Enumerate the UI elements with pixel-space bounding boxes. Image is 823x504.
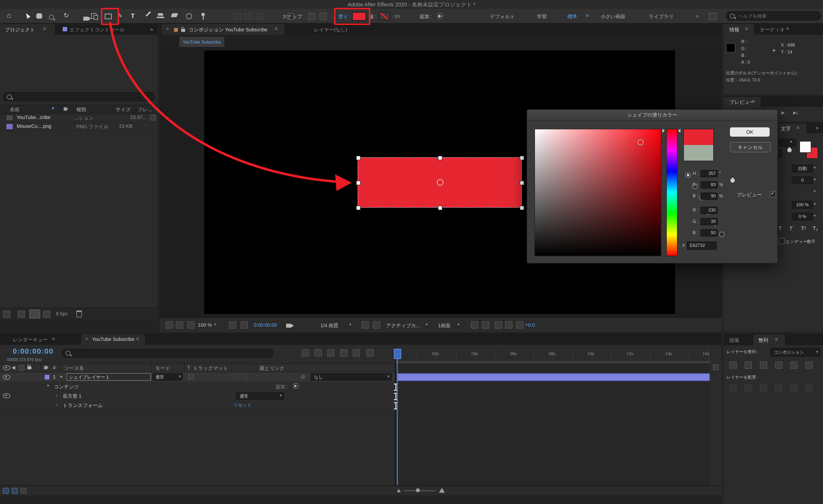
close-timeline-tab-icon[interactable]: × <box>85 336 88 341</box>
h-radio[interactable] <box>685 172 691 178</box>
current-time-indicator-head[interactable] <box>394 349 401 359</box>
font-family-chevron-icon[interactable]: ▾ <box>790 140 792 144</box>
snapshot-icon[interactable] <box>286 324 292 328</box>
panel-track-divider[interactable] <box>395 345 396 495</box>
snap-option-1-icon[interactable] <box>308 13 316 20</box>
align-v-center-icon[interactable] <box>790 361 798 369</box>
graph-editor-icon[interactable] <box>366 349 374 357</box>
index-column[interactable]: # <box>53 365 55 370</box>
tab-align-menu-icon[interactable]: ≡ <box>775 336 778 342</box>
hue-strip[interactable] <box>666 129 677 256</box>
transparency-grid-icon[interactable] <box>373 321 380 329</box>
hide-shy-icon[interactable] <box>327 349 335 357</box>
switch-collapse-icon[interactable] <box>234 374 239 380</box>
track-matte-column[interactable]: トラックマット <box>193 365 228 372</box>
lock-column-icon[interactable] <box>27 366 31 369</box>
panel-layout-icon[interactable] <box>708 13 717 20</box>
align-top-icon[interactable] <box>775 361 782 369</box>
draft-3d-icon[interactable] <box>315 349 322 357</box>
previous-color-swatch[interactable] <box>683 145 714 161</box>
saturation-brightness-field[interactable] <box>534 129 661 256</box>
preview-checkbox[interactable] <box>769 191 776 197</box>
roi-icon[interactable] <box>361 321 369 329</box>
snap-option-2-icon[interactable] <box>319 13 327 20</box>
selection-handle[interactable] <box>356 206 360 210</box>
transform-expand-icon[interactable]: › <box>56 402 57 407</box>
audio-column-icon[interactable] <box>12 366 15 370</box>
source-name-column[interactable]: ソース名 <box>64 365 84 372</box>
brush-tool[interactable] <box>146 11 151 17</box>
project-search-box[interactable] <box>3 92 155 102</box>
help-search-input[interactable] <box>737 13 813 19</box>
fill-color-swatch[interactable] <box>800 141 811 153</box>
tab-render-queue-menu-icon[interactable]: ≡ <box>52 336 55 341</box>
sort-arrow-icon[interactable]: ▼ <box>51 106 55 111</box>
contents-row[interactable]: ▾ コンテンツ 追加 : ▶ <box>0 381 395 391</box>
distribute-right-icon[interactable] <box>805 384 813 392</box>
proxy-icon[interactable] <box>12 488 18 494</box>
b2-radio[interactable] <box>719 232 724 237</box>
last-frame-icon[interactable]: ▶| <box>793 110 798 115</box>
blend-mode-select[interactable]: 通常 ▾ <box>152 373 183 380</box>
col-name[interactable]: 名前 <box>10 106 20 113</box>
superscript-icon[interactable]: T¹ <box>801 225 806 231</box>
eraser-tool[interactable] <box>171 13 178 17</box>
layer-name-field[interactable]: シェイプレイヤー 1 <box>66 373 151 380</box>
tab-timeline-comp[interactable]: × YouTube Subscribe ≡ <box>81 334 145 345</box>
layer-label-color[interactable] <box>44 374 50 380</box>
matte-t-column[interactable]: T <box>187 365 190 370</box>
dialog-title-bar[interactable]: シェイプの塗りカラー <box>527 110 778 121</box>
vertical-scale-value[interactable]: 100 % <box>792 201 813 209</box>
contents-add-icon[interactable]: ▶ <box>293 383 299 389</box>
tab-effect-controls[interactable]: エフェクトコントロール <box>69 26 125 33</box>
add-label[interactable]: 追加 : <box>419 13 432 20</box>
mode-column[interactable]: モード <box>155 365 170 372</box>
transform-label[interactable]: トランスフォーム <box>63 402 103 409</box>
distribute-bottom-icon[interactable] <box>760 384 767 392</box>
item-name[interactable]: MouseCu....png <box>17 124 51 129</box>
distribute-top-icon[interactable] <box>729 384 737 392</box>
blend-mode-chevron-icon[interactable]: ▾ <box>179 374 181 379</box>
resolution-chevron-icon[interactable]: ▾ <box>349 322 351 327</box>
subscript-icon[interactable]: T₁ <box>813 225 818 231</box>
video-column-icon[interactable] <box>3 365 10 370</box>
selection-handle[interactable] <box>520 206 524 210</box>
s-value-field[interactable]: 83 <box>700 181 718 189</box>
new-composition-icon[interactable] <box>29 310 40 318</box>
col-fps[interactable]: フレ... <box>138 106 152 113</box>
selection-handle[interactable] <box>356 181 360 185</box>
tab-composition[interactable]: × コンポジション YouTube Subscribe ≡ <box>161 24 285 35</box>
always-preview-icon[interactable] <box>166 321 173 329</box>
mask-toggle-icon[interactable] <box>240 321 248 329</box>
selection-tool[interactable] <box>24 12 30 19</box>
tab-composition-menu-icon[interactable]: ≡ <box>275 26 278 31</box>
label-column-icon[interactable] <box>44 366 48 369</box>
layout-chevron-icon[interactable]: ▾ <box>458 322 460 327</box>
current-time-indicator-line[interactable] <box>397 349 397 485</box>
selection-handle[interactable] <box>520 156 524 160</box>
grid-guides-icon[interactable] <box>229 321 236 329</box>
project-row-png[interactable]: MouseCu....png PNG ファイル 23 KB <box>0 122 158 131</box>
workspace-default[interactable]: デフォルト <box>490 13 515 20</box>
contents-label[interactable]: コンテンツ <box>54 383 79 390</box>
interpret-footage-icon[interactable] <box>3 311 10 318</box>
col-size[interactable]: サイズ <box>116 106 131 113</box>
workspace-learn[interactable]: 学習 <box>537 13 547 20</box>
character-more-icon[interactable]: » <box>816 124 819 131</box>
frame-blend-icon[interactable] <box>340 349 347 357</box>
tab-align[interactable]: 整列 ≡ <box>754 335 785 345</box>
track-area[interactable] <box>395 363 710 485</box>
viewer-timecode[interactable]: 0:00:00:00 <box>254 322 277 328</box>
timeline-nav-icon[interactable] <box>713 364 719 370</box>
camera-select[interactable]: アクティブカ... <box>386 322 420 329</box>
fast-preview-icon[interactable] <box>482 321 489 329</box>
camera-tool[interactable] <box>83 17 89 21</box>
composition-mini-flowchart-icon[interactable] <box>302 349 309 357</box>
zoom-chevron-icon[interactable]: ▾ <box>214 322 216 327</box>
view-layout-select[interactable]: 1画面 <box>438 322 451 329</box>
solo-column-icon[interactable] <box>19 365 24 371</box>
exposure-value[interactable]: +0.0 <box>525 322 535 328</box>
hex-value-field[interactable]: E62732 <box>687 241 717 250</box>
parent-chevron-icon[interactable]: ▾ <box>387 374 389 379</box>
rect-label[interactable]: 長方形 1 <box>63 393 81 400</box>
